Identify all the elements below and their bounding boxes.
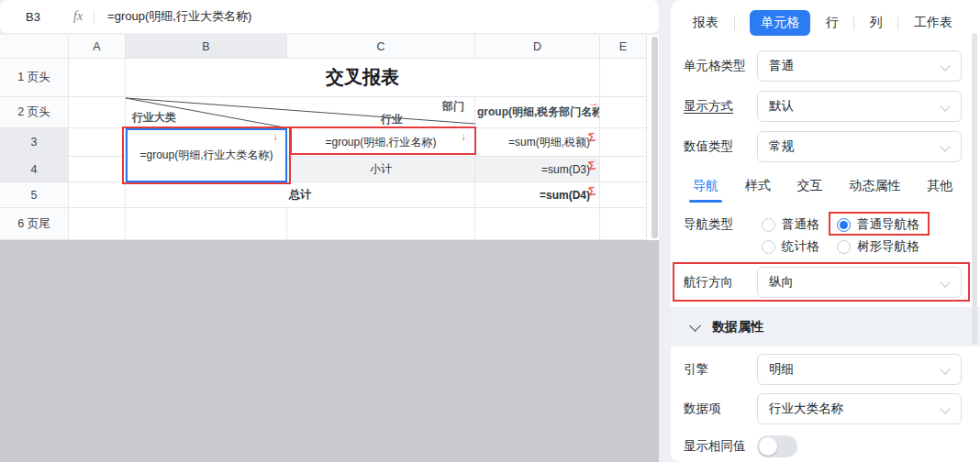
cell-a5[interactable]	[69, 182, 126, 208]
cell-c3[interactable]: =group(明细,行业名称)	[287, 128, 475, 157]
cell-type-value: 普通	[769, 59, 794, 72]
tab-divider	[897, 16, 898, 30]
col-header-c[interactable]: C	[287, 35, 475, 59]
cell-a2[interactable]	[69, 97, 126, 128]
row-header-3[interactable]: 3	[0, 128, 69, 157]
active-cell-reference[interactable]: B3	[0, 10, 66, 24]
engine-select[interactable]: 明细	[757, 354, 962, 385]
row-header-6[interactable]: 6 页尾	[0, 208, 69, 240]
col-header-a[interactable]: A	[69, 35, 126, 59]
row-header-1[interactable]: 1 页头	[0, 59, 69, 97]
show-same-value-label: 显示相同值	[684, 433, 746, 460]
fx-icon: fx	[73, 9, 83, 24]
cell-d6[interactable]	[475, 208, 600, 240]
tab-column[interactable]: 列	[870, 15, 883, 31]
corner-header[interactable]	[0, 35, 69, 59]
col-header-e[interactable]: E	[600, 35, 647, 59]
cell-report-title[interactable]: 交叉报表	[126, 59, 600, 97]
cell-c4[interactable]: 小计	[287, 157, 475, 182]
selected-cell-b3[interactable]: =group(明细,行业大类名称)	[126, 128, 287, 182]
display-mode-value: 默认	[769, 99, 794, 113]
subtab-style[interactable]: 样式	[745, 178, 771, 194]
tab-report[interactable]: 报表	[693, 15, 718, 31]
row-header-5[interactable]: 5	[0, 182, 69, 208]
chevron-down-icon	[940, 277, 950, 287]
number-type-value: 常规	[769, 139, 794, 153]
tab-cell[interactable]: 单元格	[750, 10, 810, 36]
display-mode-label: 显示方式	[684, 91, 733, 122]
radio-icon	[762, 218, 775, 232]
nav-direction-label: 航行方向	[684, 267, 733, 298]
subtab-navigation[interactable]: 导航	[693, 178, 718, 194]
chevron-down-icon	[940, 403, 950, 413]
sum-icon-d5: Σ	[587, 185, 596, 198]
radio-stat-cell[interactable]: 统计格	[762, 238, 819, 255]
chevron-down-icon	[940, 60, 950, 71]
nav-down-arrow-icon-c3: ↓	[461, 131, 466, 142]
field-data-item: 数据项 行业大类名称	[671, 393, 980, 424]
show-same-value-toggle[interactable]	[757, 435, 797, 457]
grid-vertical-scrollbar[interactable]	[651, 37, 658, 238]
subtab-other[interactable]: 其他	[927, 178, 952, 194]
section-data-properties[interactable]: 数据属性	[671, 307, 980, 346]
row-header-4[interactable]: 4	[0, 157, 69, 182]
chevron-down-icon	[940, 141, 950, 151]
radio-tree-nav-cell[interactable]: 树形导航格	[837, 238, 919, 255]
radio-label: 统计格	[782, 238, 819, 255]
tab-worksheet[interactable]: 工作表	[914, 15, 952, 31]
col-header-b[interactable]: B	[126, 35, 287, 59]
radio-normal-cell[interactable]: 普通格	[762, 216, 819, 233]
field-engine: 引擎 明细	[671, 354, 980, 385]
diagonal-split-header[interactable]: 行业大类 行业 部门	[126, 97, 475, 128]
cell-e6[interactable]	[600, 208, 647, 240]
formula-bar-divider	[94, 10, 95, 24]
report-designer: B3 fx =group(明细,行业大类名称) A B C D E 1 页头 2…	[0, 0, 980, 462]
col-header-d[interactable]: D	[475, 35, 600, 59]
radio-icon	[762, 240, 775, 254]
display-mode-select[interactable]: 默认	[757, 91, 962, 122]
nav-right-arrow-icon-d2: →	[588, 97, 599, 108]
formula-input[interactable]: =group(明细,行业大类名称)	[107, 8, 251, 25]
radio-icon	[837, 240, 851, 254]
cell-d4[interactable]: =sum(D3)	[475, 157, 600, 182]
chevron-down-icon	[940, 101, 950, 111]
subtab-interaction[interactable]: 交互	[797, 178, 823, 194]
cell-e1[interactable]	[600, 59, 647, 97]
cell-d2[interactable]: group(明细,税务部门名称	[475, 97, 600, 128]
nav-direction-select[interactable]: 纵向	[757, 267, 962, 298]
number-type-select[interactable]: 常规	[757, 131, 962, 162]
cell-type-select[interactable]: 普通	[757, 50, 962, 82]
tab-row[interactable]: 行	[826, 15, 839, 31]
cell-e4[interactable]	[600, 157, 647, 182]
number-type-label: 数值类型	[684, 131, 733, 162]
field-nav-direction: 航行方向 纵向	[671, 267, 980, 298]
cell-d5[interactable]: =sum(D4)	[475, 182, 600, 208]
cell-e3[interactable]	[600, 128, 647, 157]
panel-scrollbar[interactable]	[972, 33, 977, 345]
cell-b6[interactable]	[126, 208, 287, 240]
subtab-dynamic-props[interactable]: 动态属性	[849, 178, 900, 194]
canvas-backdrop	[0, 240, 659, 462]
data-item-label: 数据项	[684, 393, 721, 424]
cell-a6[interactable]	[69, 208, 126, 240]
cell-e5[interactable]	[600, 182, 647, 208]
row-header-2[interactable]: 2 页头	[0, 97, 69, 128]
cell-d3[interactable]: =sum(明细,税额)	[475, 128, 600, 157]
cell-b5[interactable]: 总计	[126, 182, 475, 208]
cell-c6[interactable]	[287, 208, 475, 240]
tab-divider	[734, 16, 735, 30]
cell-e2[interactable]	[600, 97, 647, 128]
engine-value: 明细	[769, 362, 794, 376]
cell-a1[interactable]	[69, 59, 126, 97]
cell-a4[interactable]	[69, 157, 126, 182]
field-number-type: 数值类型 常规	[671, 131, 980, 162]
cell-a3[interactable]	[69, 128, 126, 157]
radio-normal-nav-cell[interactable]: 普通导航格	[837, 216, 919, 233]
engine-label: 引擎	[684, 354, 708, 385]
radio-selected-icon	[837, 218, 851, 232]
nav-type-label: 导航类型	[684, 216, 733, 233]
diagonal-lines-icon	[126, 97, 475, 128]
data-item-select[interactable]: 行业大类名称	[757, 393, 962, 424]
diagonal-label-sub-dim: 行业	[381, 112, 403, 127]
data-item-value: 行业大类名称	[769, 402, 843, 415]
